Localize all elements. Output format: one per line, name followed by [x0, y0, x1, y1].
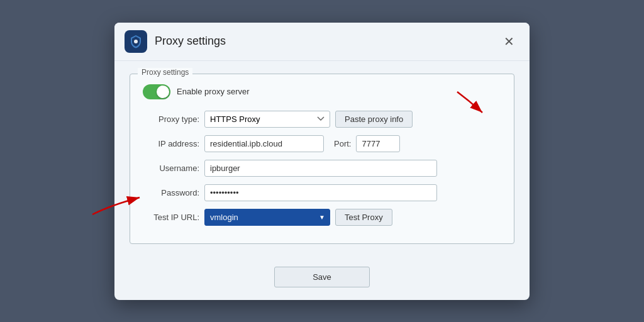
ip-address-label: IP address:: [143, 139, 199, 148]
password-row: Password:: [143, 184, 501, 201]
proxy-settings-group: Proxy settings Enable proxy server Proxy…: [130, 74, 514, 244]
port-label: Port:: [334, 139, 351, 148]
dialog-title: Proxy settings: [155, 35, 491, 48]
paste-proxy-button[interactable]: Paste proxy info: [335, 111, 413, 128]
save-button[interactable]: Save: [274, 267, 370, 287]
dialog-titlebar: Proxy settings ✕: [114, 23, 530, 61]
ip-port-row: IP address: Port:: [143, 135, 501, 152]
username-label: Username:: [143, 164, 199, 173]
enable-proxy-toggle[interactable]: [143, 84, 170, 99]
enable-proxy-row: Enable proxy server: [143, 84, 501, 99]
proxy-type-row: Proxy type: HTTPS Proxy HTTP Proxy SOCKS…: [143, 111, 501, 128]
test-proxy-button[interactable]: Test Proxy: [335, 209, 392, 226]
port-input[interactable]: [356, 135, 400, 152]
test-ip-select[interactable]: vmlogin whatismyip.com ipinfo.io: [204, 209, 330, 226]
proxy-settings-dialog: Proxy settings ✕ Proxy settings Enable p…: [114, 23, 530, 300]
arrow-to-test-ip: [86, 186, 146, 221]
proxy-type-select[interactable]: HTTPS Proxy HTTP Proxy SOCKS4 Proxy SOCK…: [204, 111, 330, 128]
group-box-legend: Proxy settings: [138, 68, 192, 77]
password-input[interactable]: [204, 184, 437, 201]
test-ip-select-wrapper: vmlogin whatismyip.com ipinfo.io: [204, 209, 330, 226]
enable-proxy-label: Enable proxy server: [177, 87, 250, 96]
test-ip-url-label: Test IP URL:: [143, 213, 199, 222]
username-input[interactable]: [204, 160, 437, 177]
password-label: Password:: [143, 188, 199, 197]
app-icon: [125, 30, 147, 53]
test-ip-url-row: Test IP URL: vmlogin whatismyip.com ipin…: [143, 209, 501, 226]
dialog-body: Proxy settings Enable proxy server Proxy…: [114, 61, 530, 257]
dialog-footer: Save: [114, 257, 530, 300]
svg-point-0: [134, 40, 138, 43]
username-row: Username:: [143, 160, 501, 177]
close-button[interactable]: ✕: [499, 33, 519, 50]
proxy-type-label: Proxy type:: [143, 114, 199, 124]
ip-address-input[interactable]: [204, 135, 324, 152]
